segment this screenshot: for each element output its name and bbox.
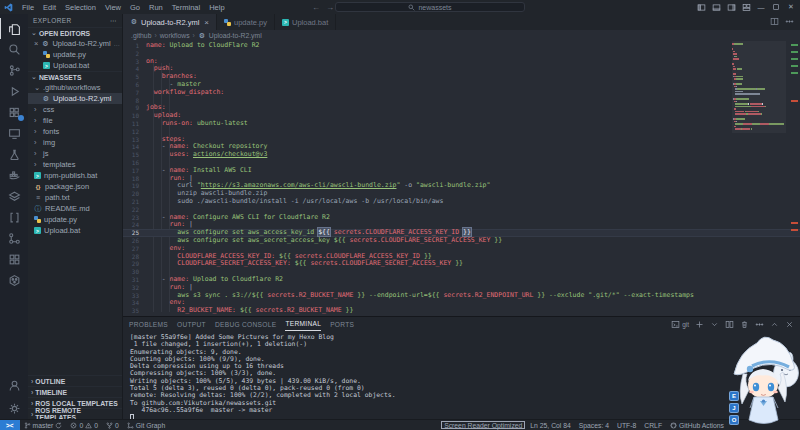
minimap-line bbox=[732, 101, 786, 103]
panel-tab-ports[interactable]: PORTS bbox=[330, 317, 354, 331]
breadcrumb-item[interactable]: workflows bbox=[160, 32, 190, 39]
workspace-header[interactable]: ⌄NEWASSETS bbox=[28, 71, 122, 82]
run-debug-icon[interactable] bbox=[0, 81, 28, 102]
close-panel-icon[interactable] bbox=[785, 320, 794, 329]
explorer-more-icon[interactable]: ⋯ bbox=[110, 17, 117, 25]
extensions-icon[interactable] bbox=[0, 102, 28, 123]
maximize-button[interactable] bbox=[769, 1, 783, 13]
layout-sidebar-left-button[interactable] bbox=[694, 1, 708, 13]
overlay-badge-o[interactable]: O bbox=[729, 415, 739, 425]
tree-folder-css[interactable]: ›css bbox=[28, 104, 122, 115]
more-actions-icon[interactable] bbox=[755, 320, 764, 329]
encoding[interactable]: UTF-8 bbox=[613, 420, 640, 430]
overlay-badge-j[interactable]: J bbox=[729, 403, 739, 413]
remote-explorer-icon[interactable] bbox=[0, 123, 28, 144]
tree-folder-fonts[interactable]: ›fonts bbox=[28, 126, 122, 137]
overlay-badge-e[interactable]: E bbox=[729, 391, 739, 401]
menu-help[interactable]: Help bbox=[205, 2, 228, 13]
test-beaker-icon[interactable] bbox=[0, 144, 28, 165]
explorer-icon[interactable] bbox=[0, 18, 28, 39]
panel-tab-output[interactable]: OUTPUT bbox=[177, 317, 206, 331]
settings-gear-icon[interactable] bbox=[0, 398, 28, 419]
breadcrumb-item[interactable]: .github bbox=[131, 32, 151, 39]
eol[interactable]: CRLF bbox=[640, 420, 666, 430]
menu-view[interactable]: View bbox=[101, 2, 125, 13]
cursor-position[interactable]: Ln 25, Col 84 bbox=[526, 420, 574, 430]
open-editors-header[interactable]: ⌄OPEN EDITORS bbox=[28, 27, 122, 38]
brackets-icon[interactable] bbox=[0, 207, 28, 228]
tree-folder-file[interactable]: ›file bbox=[28, 115, 122, 126]
minimize-button[interactable]: — bbox=[754, 1, 768, 13]
remote-indicator[interactable]: >< bbox=[0, 420, 20, 430]
tree-file-upload-to-r2-yml[interactable]: ⚙Upload-to-R2.yml bbox=[28, 93, 122, 104]
breadcrumb-item[interactable]: Upload-to-R2.yml bbox=[209, 32, 262, 39]
maximize-panel-icon[interactable] bbox=[770, 320, 779, 329]
ros-hexagon-icon[interactable] bbox=[0, 270, 28, 291]
tree-folder--github-workflows[interactable]: ⌄.github\workflows bbox=[28, 82, 122, 93]
tree-file-path-txt[interactable]: ≡path.txt bbox=[28, 192, 122, 203]
tree-file-update-py[interactable]: update.py bbox=[28, 214, 122, 225]
tab-upload-to-r2-yml[interactable]: ⚙Upload-to-R2.yml× bbox=[123, 14, 217, 30]
menu-selection[interactable]: Selection bbox=[61, 2, 100, 13]
new-terminal-icon[interactable] bbox=[695, 320, 704, 329]
history-nav[interactable]: ←→ bbox=[312, 3, 334, 12]
branch-indicator[interactable]: master bbox=[20, 420, 67, 430]
tab-close-icon[interactable]: × bbox=[204, 18, 209, 27]
close-button[interactable]: ✕ bbox=[784, 1, 798, 13]
layout-panel-button[interactable] bbox=[709, 1, 723, 13]
docker-icon[interactable] bbox=[0, 165, 28, 186]
open-editor-item[interactable]: update.py bbox=[28, 49, 122, 60]
git-graph-icon[interactable] bbox=[0, 228, 28, 249]
profiles-dropdown-icon[interactable] bbox=[710, 320, 719, 329]
problems-indicator[interactable]: 00 bbox=[66, 420, 102, 430]
more-actions-icon[interactable] bbox=[785, 17, 794, 28]
tree-folder-img[interactable]: ›img bbox=[28, 137, 122, 148]
section-timeline[interactable]: ›TIMELINE bbox=[28, 386, 122, 397]
indentation[interactable]: Spaces: 4 bbox=[575, 420, 613, 430]
git-graph-button[interactable]: Git Graph bbox=[123, 420, 169, 430]
tab-update-py[interactable]: update.py bbox=[217, 14, 275, 30]
section-ros-remote-templates[interactable]: ›ROS REMOTE TEMPLATES bbox=[28, 408, 122, 419]
split-terminal-icon[interactable] bbox=[725, 320, 734, 329]
tab-upload-bat[interactable]: >Upload.bat bbox=[275, 14, 336, 30]
terminal-output[interactable]: [master 55a9f6e] Added Some Pictures for… bbox=[123, 331, 800, 419]
command-center-search[interactable]: newassets bbox=[335, 2, 525, 12]
split-editor-icon[interactable] bbox=[770, 17, 779, 28]
menu-go[interactable]: Go bbox=[126, 2, 144, 13]
layers-icon[interactable] bbox=[0, 186, 28, 207]
panel-tab-terminal[interactable]: TERMINAL bbox=[285, 317, 321, 331]
code-editor[interactable]: 1name: Upload to CloudFlare R223on:4 pus… bbox=[123, 41, 800, 316]
line-number: 30 bbox=[123, 268, 139, 276]
fork-indicator[interactable]: 0 bbox=[102, 420, 123, 430]
terminal-instance-label[interactable]: git bbox=[671, 320, 689, 329]
section-outline[interactable]: ›OUTLINE bbox=[28, 375, 122, 386]
menu-run[interactable]: Run bbox=[145, 2, 167, 13]
minimap-line bbox=[732, 71, 786, 73]
language-mode[interactable]: GitHub Actions bbox=[666, 420, 728, 430]
source-control-icon[interactable] bbox=[0, 60, 28, 81]
tree-file-npm-publish-bat[interactable]: >npm-publish.bat bbox=[28, 170, 122, 181]
layout-sidebar-right-button[interactable] bbox=[724, 1, 738, 13]
search-icon[interactable] bbox=[0, 39, 28, 60]
account-icon[interactable] bbox=[0, 375, 28, 396]
tree-file-upload-bat[interactable]: >Upload.bat bbox=[28, 225, 122, 236]
panel-tab-debug-console[interactable]: DEBUG CONSOLE bbox=[215, 317, 276, 331]
line-number: 28 bbox=[123, 253, 139, 261]
menu-edit[interactable]: Edit bbox=[39, 2, 60, 13]
open-editor-item[interactable]: ×⚙Upload-to-R2.yml.github\workfl... bbox=[28, 38, 122, 49]
menu-terminal[interactable]: Terminal bbox=[168, 2, 204, 13]
panel-tab-problems[interactable]: PROBLEMS bbox=[129, 317, 168, 331]
tree-folder-js[interactable]: ›js bbox=[28, 148, 122, 159]
open-editor-item[interactable]: >Upload.bat bbox=[28, 60, 122, 71]
tree-folder-templates[interactable]: ›templates bbox=[28, 159, 122, 170]
close-icon[interactable]: × bbox=[34, 39, 38, 48]
minimap[interactable] bbox=[732, 43, 786, 131]
menu-file[interactable]: File bbox=[18, 2, 38, 13]
tree-file-package-json[interactable]: {}package.json bbox=[28, 181, 122, 192]
kill-terminal-icon[interactable] bbox=[740, 320, 749, 329]
tree-file-readme-md[interactable]: ⓘREADME.md bbox=[28, 203, 122, 214]
boxes-icon[interactable] bbox=[0, 249, 28, 270]
layout-custom-button[interactable] bbox=[739, 1, 753, 13]
breadcrumb[interactable]: .github›workflows›⚙Upload-to-R2.yml bbox=[123, 30, 800, 41]
screen-reader-mode[interactable]: Screen Reader Optimized bbox=[440, 420, 526, 430]
